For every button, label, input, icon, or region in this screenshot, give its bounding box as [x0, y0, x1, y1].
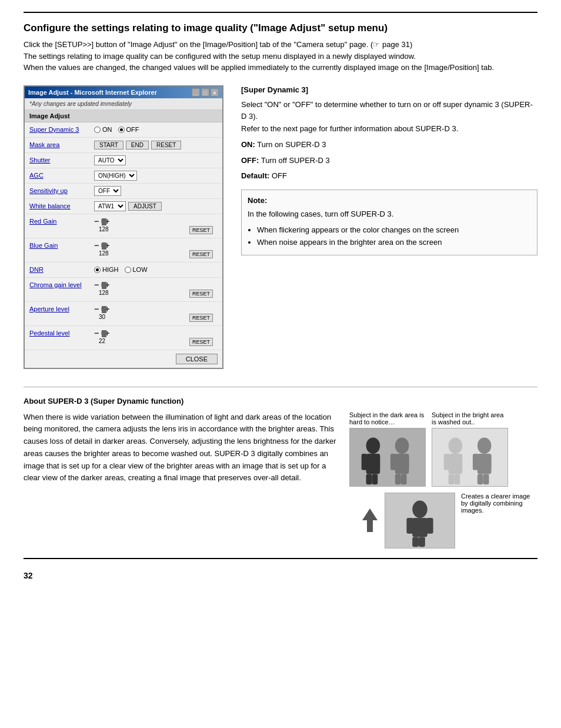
- right-panel-desc: Select "ON" or "OFF" to determine whethe…: [241, 99, 537, 135]
- aperture-label[interactable]: Aperture level: [29, 305, 94, 313]
- dialog-titlebar-icons: _ □ ×: [192, 88, 219, 97]
- white-balance-select[interactable]: ATW1: [94, 201, 126, 211]
- svg-rect-6: [372, 474, 378, 484]
- svg-point-7: [395, 437, 409, 454]
- aperture-slider-container: − +: [94, 304, 109, 314]
- red-gain-value: 128: [99, 226, 109, 234]
- svg-point-1: [366, 437, 380, 454]
- red-gain-thumb[interactable]: [102, 218, 106, 225]
- pedestal-label[interactable]: Pedestal level: [29, 330, 94, 337]
- chroma-gain-label[interactable]: Chroma gain level: [29, 281, 94, 288]
- super-dynamic-control: ON OFF: [94, 126, 218, 133]
- dnr-high[interactable]: HIGH: [94, 266, 119, 273]
- chroma-gain-minus[interactable]: −: [94, 280, 99, 290]
- dnr-label[interactable]: DNR: [29, 266, 94, 273]
- blue-gain-label[interactable]: Blue Gain: [29, 242, 94, 249]
- blue-gain-reset[interactable]: RESET: [189, 250, 213, 258]
- mask-end-button[interactable]: END: [126, 141, 149, 149]
- default-label: Default:: [241, 171, 269, 180]
- chroma-gain-value: 128: [99, 290, 109, 298]
- red-gain-minus[interactable]: −: [94, 217, 99, 226]
- note-item-2: When noise appears in the brighter area …: [257, 237, 531, 249]
- super-dynamic-label[interactable]: Super Dynamic 3: [29, 126, 94, 133]
- combined-row: Creates a clearer image by digitally com…: [349, 493, 537, 549]
- chroma-gain-thumb[interactable]: [102, 282, 106, 289]
- close-button[interactable]: CLOSE: [176, 354, 218, 364]
- chroma-gain-track[interactable]: [101, 283, 102, 287]
- images-top-row: Subject in the dark area is hard to noti…: [349, 411, 537, 487]
- blue-gain-track[interactable]: [101, 244, 102, 247]
- minimize-icon[interactable]: _: [192, 88, 200, 97]
- pedestal-track[interactable]: [101, 331, 102, 335]
- radio-on[interactable]: ON: [94, 126, 112, 133]
- sensitivity-label[interactable]: Sensitivity up: [29, 187, 94, 194]
- blue-gain-control: − +: [94, 241, 218, 250]
- red-gain-label[interactable]: Red Gain: [29, 218, 94, 225]
- bottom-title: About SUPER-D 3 (Super Dynamic function): [24, 397, 537, 405]
- svg-rect-33: [419, 537, 425, 547]
- shutter-control: AUTO: [94, 155, 218, 165]
- blue-gain-minus[interactable]: −: [94, 241, 99, 250]
- red-gain-track[interactable]: [101, 220, 102, 223]
- agc-select[interactable]: ON(HIGH): [94, 171, 137, 181]
- mask-reset-button[interactable]: RESET: [151, 141, 181, 149]
- shutter-label[interactable]: Shutter: [29, 157, 94, 164]
- chroma-gain-slider-container: − +: [94, 280, 109, 290]
- radio-off-label: OFF: [126, 126, 139, 133]
- default-description: Default: OFF: [241, 170, 537, 182]
- aperture-reset[interactable]: RESET: [189, 314, 213, 322]
- dnr-low-circle[interactable]: [125, 267, 131, 273]
- white-balance-row: White balance ATW1 ADJUST: [25, 199, 222, 214]
- radio-on-circle[interactable]: [94, 127, 101, 133]
- svg-point-28: [412, 500, 428, 518]
- sensitivity-select[interactable]: OFF: [94, 186, 121, 196]
- dialog-titlebar: Image Adjust - Microsoft Internet Explor…: [25, 87, 222, 98]
- mask-area-label[interactable]: Mask area: [29, 141, 94, 148]
- mask-start-button[interactable]: START: [94, 141, 123, 149]
- agc-row: AGC ON(HIGH): [25, 168, 222, 184]
- svg-rect-10: [403, 454, 409, 470]
- white-balance-control: ATW1 ADJUST: [94, 201, 218, 211]
- aperture-thumb[interactable]: [102, 306, 106, 313]
- dialog-section-label: Image Adjust: [25, 110, 222, 122]
- right-panel: [Super Dynamic 3] Select "ON" or "OFF" t…: [241, 85, 537, 369]
- svg-rect-16: [444, 454, 450, 470]
- mask-area-control: START END RESET: [94, 141, 218, 149]
- dialog-notice: *Any changes are updated immediately: [25, 98, 222, 110]
- chroma-gain-reset[interactable]: RESET: [189, 290, 213, 298]
- dark-image-item: Subject in the dark area is hard to noti…: [349, 411, 426, 487]
- note-box: Note: In the following cases, turn off S…: [241, 190, 537, 255]
- radio-off[interactable]: OFF: [118, 126, 139, 133]
- red-gain-reset[interactable]: RESET: [189, 226, 213, 234]
- white-balance-label[interactable]: White balance: [29, 202, 94, 210]
- adjust-button[interactable]: ADJUST: [128, 202, 162, 211]
- aperture-minus[interactable]: −: [94, 304, 99, 314]
- bottom-content: When there is wide variation between the…: [24, 411, 537, 549]
- radio-off-circle[interactable]: [118, 127, 125, 133]
- aperture-value: 30: [99, 314, 105, 322]
- bright-image-svg: [432, 428, 507, 487]
- pedestal-reset[interactable]: RESET: [189, 338, 213, 346]
- super-dynamic-radio-group: ON OFF: [94, 126, 139, 133]
- pedestal-thumb[interactable]: [102, 330, 106, 337]
- mask-area-row: Mask area START END RESET: [25, 138, 222, 153]
- on-description: ON: Turn on SUPER-D 3: [241, 139, 537, 151]
- dnr-high-circle[interactable]: [94, 267, 101, 273]
- restore-icon[interactable]: □: [201, 88, 209, 97]
- note-intro: In the following cases, turn off SUPER-D…: [248, 208, 531, 221]
- svg-rect-13: [432, 428, 507, 486]
- aperture-track[interactable]: [101, 307, 102, 311]
- close-icon[interactable]: ×: [211, 88, 219, 97]
- blue-gain-thumb[interactable]: [102, 242, 106, 250]
- dark-image-svg: [350, 428, 425, 487]
- dnr-control: HIGH LOW: [94, 266, 218, 273]
- pedestal-minus[interactable]: −: [94, 328, 99, 338]
- shutter-select[interactable]: AUTO: [94, 155, 126, 165]
- red-gain-control: − +: [94, 217, 218, 226]
- dnr-low[interactable]: LOW: [125, 266, 148, 273]
- svg-rect-3: [362, 454, 368, 470]
- agc-label[interactable]: AGC: [29, 172, 94, 179]
- aperture-row: Aperture level − + 30 RESET: [25, 302, 222, 326]
- bottom-section: About SUPER-D 3 (Super Dynamic function)…: [24, 387, 537, 549]
- red-gain-row: Red Gain − + 128 RESET: [25, 214, 222, 238]
